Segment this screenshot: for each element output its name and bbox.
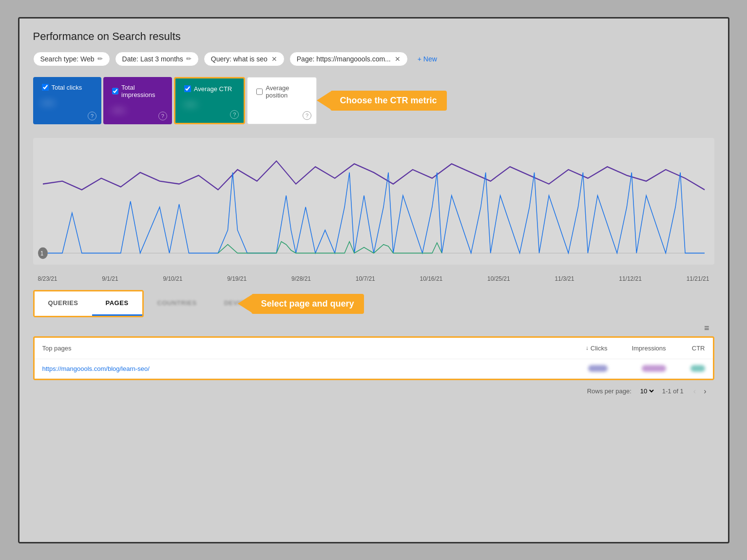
- tab-queries[interactable]: QUERIES: [35, 291, 92, 316]
- new-button[interactable]: + New: [413, 52, 442, 66]
- page-url[interactable]: https://mangoools.com/blog/learn-seo/: [42, 365, 549, 372]
- metric-value: —: [184, 97, 235, 112]
- close-icon[interactable]: ✕: [271, 55, 277, 63]
- tab-pages[interactable]: PAGES: [92, 291, 142, 316]
- clicks-value: [549, 365, 608, 372]
- metric-avg-position[interactable]: Average position ?: [247, 77, 317, 124]
- query-annotation: Select page and query: [238, 294, 364, 314]
- help-icon[interactable]: ?: [158, 112, 167, 120]
- edit-icon[interactable]: ✏: [97, 55, 103, 62]
- metric-value: —: [42, 95, 93, 110]
- filter-label: Query: what is seo: [211, 55, 268, 63]
- help-icon[interactable]: ?: [230, 110, 239, 119]
- arrow-left-icon: [317, 92, 330, 109]
- filter-label: Search type: Web: [40, 55, 95, 63]
- filter-chip-query[interactable]: Query: what is seo ✕: [204, 52, 285, 66]
- metric-checkbox[interactable]: [42, 84, 49, 91]
- help-icon[interactable]: ?: [303, 111, 311, 120]
- table-header: Top pages ↓ Clicks Impressions CTR: [35, 338, 713, 359]
- metric-checkbox[interactable]: [184, 85, 191, 92]
- chart-area: 1: [33, 138, 714, 265]
- col-impressions-header[interactable]: Impressions: [608, 345, 666, 352]
- col-page-header: Top pages: [42, 345, 549, 352]
- blurred-ctr: [690, 365, 705, 372]
- filter-bar: Search type: Web ✏ Date: Last 3 months ✏…: [33, 52, 714, 66]
- filter-chip-page[interactable]: Page: https://mangoools.com... ✕: [289, 52, 408, 66]
- filter-label: Date: Last 3 months: [122, 55, 183, 63]
- tab-countries[interactable]: COUNTRIES: [144, 291, 211, 316]
- arrow-left-icon: [238, 295, 251, 312]
- metric-total-impressions[interactable]: Total impressions — ?: [103, 77, 172, 124]
- filter-label: Page: https://mangoools.com...: [297, 55, 391, 63]
- metric-label: Average position: [256, 84, 307, 99]
- page-title: Performance on Search results: [33, 30, 714, 43]
- next-page-button[interactable]: ›: [701, 386, 709, 397]
- filter-chip-search-type[interactable]: Search type: Web ✏: [33, 52, 110, 66]
- sort-down-icon: ↓: [586, 345, 589, 351]
- metric-value: —: [112, 102, 163, 117]
- metric-label: Total clicks: [42, 84, 93, 91]
- filter-row: ≡: [33, 320, 714, 336]
- metric-avg-ctr[interactable]: Average CTR — ?: [174, 77, 246, 124]
- metric-checkbox[interactable]: [112, 88, 118, 95]
- tabs-container: QUERIES PAGES COUNTRIES DEVICES Select p…: [33, 290, 714, 317]
- rows-per-page-label: Rows per page:: [587, 387, 632, 395]
- edit-icon[interactable]: ✏: [186, 55, 192, 62]
- filter-icon[interactable]: ≡: [704, 323, 709, 333]
- close-icon[interactable]: ✕: [395, 55, 401, 63]
- blurred-clicks: [588, 365, 608, 372]
- pagination-range: 1-1 of 1: [662, 387, 684, 395]
- metric-total-clicks[interactable]: Total clicks — ?: [33, 77, 102, 124]
- query-annotation-box: Select page and query: [251, 294, 364, 314]
- col-ctr-header[interactable]: CTR: [666, 345, 705, 352]
- ctr-annotation-box: Choose the CTR metric: [330, 91, 447, 111]
- ctr-value: [666, 365, 705, 372]
- blurred-impressions: [642, 365, 666, 372]
- ctr-annotation: Choose the CTR metric: [317, 91, 447, 111]
- chart-x-labels: 8/23/21 9/1/21 9/10/21 9/19/21 9/28/21 1…: [33, 273, 714, 282]
- prev-page-button[interactable]: ‹: [690, 386, 699, 397]
- metric-checkbox[interactable]: [256, 88, 263, 95]
- filter-chip-date[interactable]: Date: Last 3 months ✏: [115, 52, 199, 66]
- pagination-row: Rows per page: 10 25 50 1-1 of 1 ‹ ›: [33, 380, 714, 399]
- metric-label: Total impressions: [112, 84, 163, 98]
- help-icon[interactable]: ?: [88, 112, 96, 120]
- table-row: https://mangoools.com/blog/learn-seo/: [35, 359, 713, 379]
- tabs-highlighted: QUERIES PAGES: [33, 290, 144, 317]
- svg-text:1: 1: [40, 250, 43, 257]
- rows-per-page-select[interactable]: 10 25 50: [638, 387, 655, 395]
- chart-svg: 1: [33, 138, 714, 265]
- pagination-nav: ‹ ›: [690, 386, 709, 397]
- table-section: Top pages ↓ Clicks Impressions CTR https…: [33, 336, 714, 380]
- col-clicks-header[interactable]: ↓ Clicks: [549, 345, 608, 352]
- impressions-value: [608, 365, 666, 372]
- metric-label: Average CTR: [184, 85, 235, 93]
